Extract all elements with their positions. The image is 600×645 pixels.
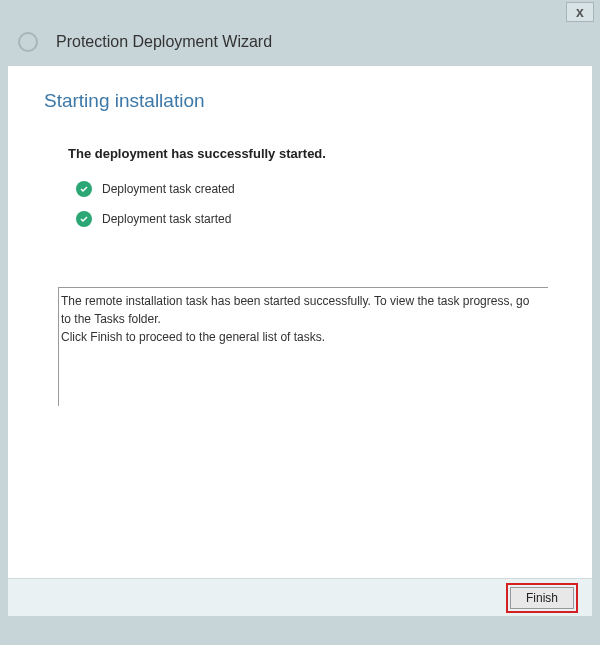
details-line: The remote installation task has been st… xyxy=(61,292,542,328)
status-text: Deployment task started xyxy=(102,212,231,226)
wizard-icon xyxy=(18,32,38,52)
details-box: The remote installation task has been st… xyxy=(58,287,548,406)
check-icon xyxy=(76,211,92,227)
finish-highlight: Finish xyxy=(506,583,578,613)
status-item: Deployment task started xyxy=(76,211,560,227)
window-title: Protection Deployment Wizard xyxy=(56,33,272,51)
status-list: Deployment task created Deployment task … xyxy=(76,181,560,227)
finish-button[interactable]: Finish xyxy=(510,587,574,609)
close-button[interactable]: x xyxy=(566,2,594,22)
content-panel: Starting installation The deployment has… xyxy=(8,66,592,578)
status-item: Deployment task created xyxy=(76,181,560,197)
check-icon xyxy=(76,181,92,197)
status-text: Deployment task created xyxy=(102,182,235,196)
close-icon: x xyxy=(576,4,584,20)
button-bar: Finish xyxy=(8,578,592,616)
titlebar: x xyxy=(0,0,600,24)
status-heading: The deployment has successfully started. xyxy=(68,146,560,161)
header-bar: Protection Deployment Wizard xyxy=(0,24,600,66)
details-line: Click Finish to proceed to the general l… xyxy=(61,328,542,346)
section-title: Starting installation xyxy=(44,90,560,112)
